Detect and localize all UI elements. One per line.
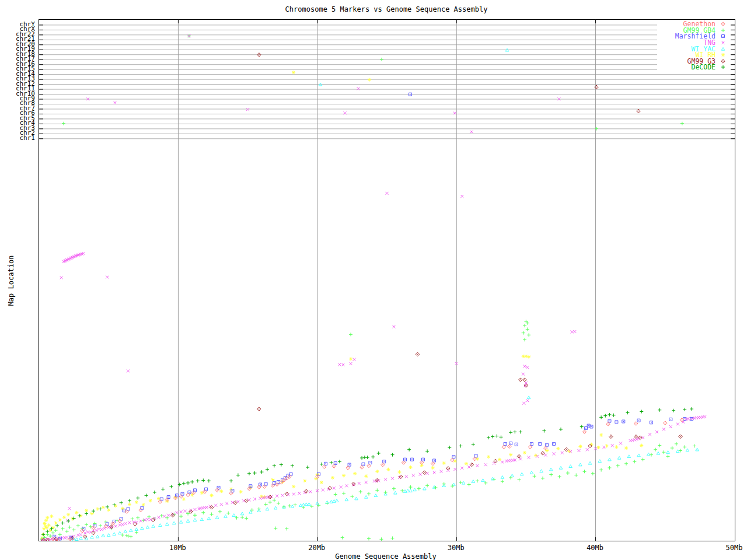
plot-area: [39, 19, 735, 541]
series-wi-yac: [72, 48, 699, 541]
series-marshfield: [53, 93, 693, 540]
x-tick-label: 20Mb: [308, 544, 325, 552]
scatter-plot-svg: [39, 20, 735, 541]
x-tick-label: 50Mb: [726, 544, 743, 552]
chart-title: Chromosome 5 Markers vs Genome Sequence …: [285, 5, 488, 13]
legend-marker-icon: [715, 64, 731, 71]
series-genethon: [51, 418, 684, 541]
x-tick-label: 10Mb: [169, 544, 186, 552]
legend-item-decode: DeCODE: [657, 64, 731, 71]
y-axis-label: Map Location: [7, 251, 15, 310]
x-tick-label: 30Mb: [448, 544, 465, 552]
legend-label: DeCODE: [657, 64, 715, 70]
legend: GenethonGM99 GB4MarshfieldTNGWI YACWI RH…: [657, 21, 731, 71]
series-tng: [40, 34, 706, 541]
chromosome-row-label: chr1: [0, 135, 35, 141]
x-tick-label: 40Mb: [587, 544, 603, 552]
series-wi-rh: [40, 71, 644, 540]
chart-canvas: Chromosome 5 Markers vs Genome Sequence …: [0, 0, 747, 560]
x-axis-label: Genome Sequence Assembly: [335, 552, 436, 560]
